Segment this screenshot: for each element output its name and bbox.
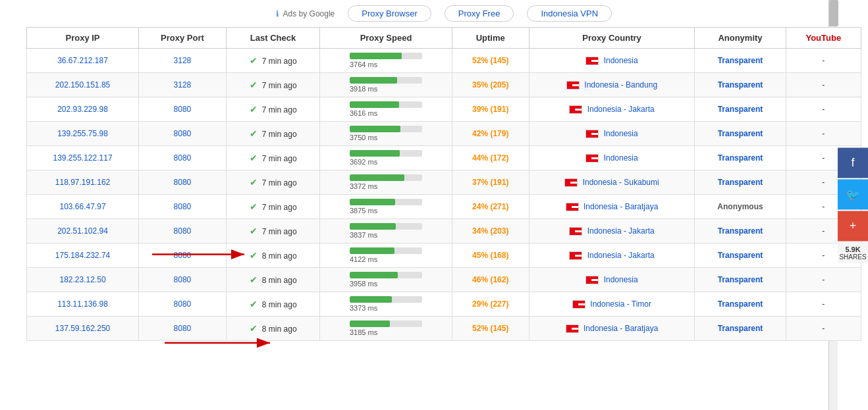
port-link[interactable]: 8080	[174, 105, 192, 114]
anonymity-value: Transparent	[718, 178, 763, 187]
cell-last-check: ✔ 7 min ago	[226, 97, 319, 122]
port-link[interactable]: 8080	[174, 129, 192, 138]
proxy-table: Proxy IP Proxy Port Last Check Proxy Spe…	[26, 27, 861, 341]
uptime-value: 46% (162)	[472, 275, 508, 284]
cell-port: 8080	[139, 292, 227, 317]
youtube-value: -	[822, 80, 825, 90]
port-link[interactable]: 8080	[174, 275, 192, 284]
ads-link-indonesia-vpn[interactable]: Indonesia VPN	[527, 5, 612, 22]
port-link[interactable]: 8080	[174, 153, 192, 163]
check-icon: ✔	[250, 201, 258, 212]
header-uptime: Uptime	[452, 28, 529, 49]
cell-speed: 3918 ms	[320, 73, 452, 97]
proxy-ip-link[interactable]: 139.255.75.98	[57, 129, 108, 138]
speed-ms: 3373 ms	[350, 304, 422, 312]
proxy-ip-link[interactable]: 113.11.136.98	[57, 299, 108, 309]
port-link[interactable]: 8080	[174, 178, 192, 187]
last-check-time: 8 min ago	[262, 276, 297, 285]
header-proxy-country: Proxy Country	[529, 28, 695, 49]
header-proxy-speed: Proxy Speed	[320, 28, 452, 49]
youtube-value: -	[822, 56, 825, 65]
cell-anonymity: Transparent	[695, 122, 786, 146]
twitter-button[interactable]: 🐦	[838, 179, 868, 209]
cell-port: 8080	[139, 195, 227, 219]
country-link[interactable]: Indonesia	[604, 56, 638, 65]
table-row: 137.59.162.250 8080 ✔ 8 min ago 3185 ms …	[27, 317, 861, 341]
cell-speed: 3372 ms	[320, 170, 452, 195]
cell-speed: 3185 ms	[320, 317, 452, 341]
country-flag	[572, 300, 585, 309]
cell-last-check: ✔ 7 min ago	[226, 219, 319, 243]
port-link[interactable]: 8080	[174, 202, 192, 211]
last-check-time: 7 min ago	[262, 57, 297, 66]
header-proxy-ip: Proxy IP	[27, 28, 139, 49]
country-link[interactable]: Indonesia	[604, 129, 638, 138]
speed-bar-container: 3958 ms	[350, 272, 422, 288]
cell-port: 3128	[139, 73, 227, 97]
anonymity-value: Transparent	[718, 129, 763, 138]
anonymity-value: Transparent	[718, 56, 763, 65]
ads-link-proxy-free[interactable]: Proxy Free	[445, 5, 514, 22]
scrollbar-thumb[interactable]	[829, 0, 838, 26]
country-flag	[585, 276, 599, 284]
country-link[interactable]: Indonesia - Baratjaya	[583, 324, 658, 333]
country-link[interactable]: Indonesia - Sukabumi	[583, 178, 659, 187]
youtube-value: -	[822, 202, 825, 211]
cell-port: 8080	[139, 170, 227, 195]
country-link[interactable]: Indonesia - Baratjaya	[583, 202, 658, 211]
proxy-ip-link[interactable]: 202.51.102.94	[57, 226, 108, 236]
port-link[interactable]: 8080	[174, 251, 192, 260]
cell-anonymity: Transparent	[695, 97, 786, 122]
cell-anonymity: Transparent	[695, 73, 786, 97]
country-link[interactable]: Indonesia - Jakarta	[587, 251, 655, 260]
cell-ip: 202.93.229.98	[27, 97, 139, 122]
cell-ip: 118.97.191.162	[27, 170, 139, 195]
cell-country: Indonesia - Bandung	[529, 73, 695, 97]
country-link[interactable]: Indonesia - Timor	[590, 299, 651, 309]
cell-anonymity: Transparent	[695, 170, 786, 195]
country-link[interactable]: Indonesia - Jakarta	[587, 226, 655, 236]
proxy-ip-link[interactable]: 137.59.162.250	[55, 324, 110, 333]
cell-country: Indonesia - Baratjaya	[529, 195, 695, 219]
proxy-ip-link[interactable]: 175.184.232.74	[55, 251, 110, 260]
port-link[interactable]: 8080	[174, 226, 192, 236]
speed-bar-bg	[350, 320, 422, 327]
cell-speed: 3616 ms	[320, 97, 452, 122]
port-link[interactable]: 8080	[174, 324, 192, 333]
cell-country: Indonesia	[529, 49, 695, 73]
country-link[interactable]: Indonesia	[604, 153, 638, 163]
facebook-button[interactable]: f	[838, 147, 868, 178]
youtube-value: -	[822, 275, 825, 284]
cell-uptime: 39% (191)	[452, 97, 529, 122]
table-row: 182.23.12.50 8080 ✔ 8 min ago 3958 ms 46…	[27, 268, 861, 292]
proxy-ip-link[interactable]: 202.150.151.85	[55, 80, 110, 90]
proxy-ip-link[interactable]: 103.66.47.97	[59, 202, 105, 211]
port-link[interactable]: 3128	[174, 80, 192, 90]
proxy-ip-link[interactable]: 118.97.191.162	[55, 178, 110, 187]
main-content: ℹ Ads by Google Proxy Browser Proxy Free…	[20, 0, 868, 410]
proxy-ip-link[interactable]: 202.93.229.98	[57, 105, 108, 114]
proxy-ip-link[interactable]: 36.67.212.187	[57, 56, 108, 65]
uptime-value: 52% (145)	[472, 324, 508, 333]
proxy-ip-link[interactable]: 182.23.12.50	[59, 275, 105, 284]
last-check-time: 8 min ago	[262, 251, 297, 261]
cell-last-check: ✔ 8 min ago	[226, 243, 319, 268]
plus-button[interactable]: +	[838, 211, 868, 241]
cell-uptime: 52% (145)	[452, 49, 529, 73]
cell-speed: 3875 ms	[320, 195, 452, 219]
speed-ms: 3692 ms	[350, 158, 422, 166]
port-link[interactable]: 3128	[174, 56, 192, 65]
cell-port: 8080	[139, 317, 227, 341]
country-link[interactable]: Indonesia - Bandung	[584, 80, 657, 90]
proxy-ip-link[interactable]: 139.255.122.117	[53, 153, 112, 163]
cell-port: 8080	[139, 97, 227, 122]
country-link[interactable]: Indonesia - Jakarta	[587, 105, 655, 114]
cell-youtube: -	[786, 122, 861, 146]
speed-ms: 3764 ms	[350, 61, 422, 68]
speed-bar-container: 3875 ms	[350, 199, 422, 215]
country-link[interactable]: Indonesia	[604, 275, 638, 284]
port-link[interactable]: 8080	[174, 299, 192, 309]
check-icon: ✔	[250, 55, 258, 66]
cell-youtube: -	[786, 97, 861, 122]
ads-link-proxy-browser[interactable]: Proxy Browser	[348, 5, 431, 22]
